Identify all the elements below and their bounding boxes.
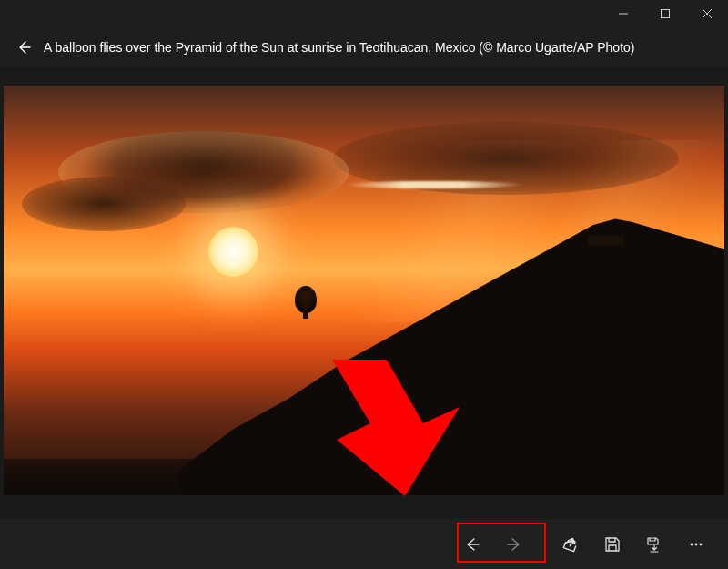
image-caption: A balloon flies over the Pyramid of the …	[44, 40, 634, 55]
more-button[interactable]	[677, 525, 715, 564]
window-titlebar	[0, 0, 728, 27]
svg-point-5	[691, 543, 693, 545]
save-as-icon	[646, 536, 662, 553]
next-icon	[505, 535, 523, 554]
share-icon	[561, 535, 580, 554]
close-button[interactable]	[686, 0, 728, 27]
minimize-button[interactable]	[602, 0, 644, 27]
previous-icon	[463, 535, 481, 554]
close-icon	[703, 9, 712, 18]
save-icon	[604, 536, 621, 553]
maximize-icon	[661, 9, 670, 18]
maximize-button[interactable]	[644, 0, 686, 27]
svg-point-6	[695, 543, 698, 545]
share-button[interactable]	[551, 525, 590, 564]
back-button[interactable]	[9, 33, 38, 62]
minimize-icon	[619, 9, 628, 18]
svg-rect-1	[662, 10, 670, 18]
next-button[interactable]	[495, 525, 533, 564]
header-bar: A balloon flies over the Pyramid of the …	[0, 27, 728, 67]
bottom-toolbar	[0, 519, 728, 569]
previous-button[interactable]	[453, 525, 491, 564]
svg-point-7	[700, 543, 703, 545]
image-viewport[interactable]	[4, 86, 724, 495]
back-arrow-icon	[15, 39, 32, 56]
save-as-button[interactable]	[635, 525, 673, 564]
save-button[interactable]	[593, 525, 632, 564]
more-icon	[688, 536, 704, 553]
